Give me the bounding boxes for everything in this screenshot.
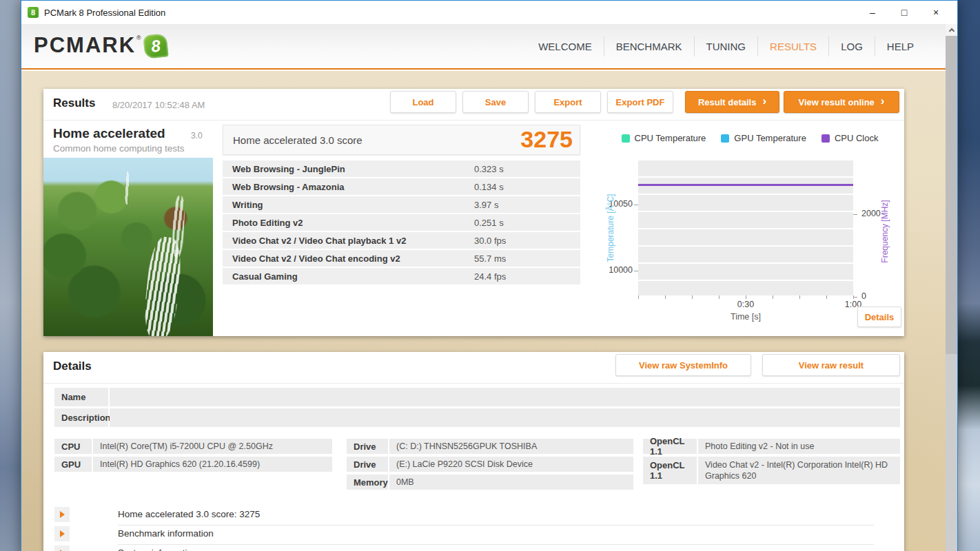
details-panel: Details View raw SystemInfo View raw res… <box>43 352 904 551</box>
desktop-wallpaper-right <box>957 0 980 551</box>
gpu-value: Intel(R) HD Graphics 620 (21.20.16.4599) <box>93 457 332 472</box>
table-row: Writing3.97 s <box>223 196 580 213</box>
pcmark-logo-text: PCMARK <box>34 33 136 58</box>
test-label: Web Browsing - Amazonia <box>232 182 345 192</box>
test-label: Video Chat v2 / Video Chat playback 1 v2 <box>232 236 406 246</box>
main-nav: WELCOME BENCHMARK TUNING RESULTS LOG HEL… <box>527 37 926 56</box>
cpu-clock-swatch-icon <box>821 134 830 143</box>
test-value: 3.97 s <box>474 200 498 210</box>
name-label: Name <box>54 388 108 406</box>
table-row: Web Browsing - Amazonia0.134 s <box>223 178 580 195</box>
table-row: Photo Editing v20.251 s <box>223 214 580 231</box>
test-value: 0.323 s <box>474 164 504 174</box>
load-button[interactable]: Load <box>390 91 456 113</box>
cpu-clock-line <box>638 184 853 186</box>
waterfall-streaks <box>172 196 186 258</box>
description-value[interactable] <box>110 408 900 427</box>
nav-tuning[interactable]: TUNING <box>694 37 758 56</box>
vertical-scrollbar[interactable] <box>946 24 957 551</box>
view-result-online-label: View result online <box>799 97 875 107</box>
test-version: 3.0 <box>191 131 203 141</box>
score-value: 3275 <box>520 126 573 153</box>
results-timestamp: 8/20/2017 10:52:48 AM <box>112 100 205 110</box>
x-axis-tick-label: 0:30 <box>725 300 766 309</box>
legend-gpu-temperature: GPU Temperature <box>721 133 806 143</box>
description-label: Description <box>54 408 108 427</box>
window-title: PCMark 8 Professional Edition <box>44 8 165 18</box>
nav-benchmark[interactable]: BENCHMARK <box>604 37 694 56</box>
scrollbar-thumb[interactable] <box>946 36 957 354</box>
expand-icon-box[interactable] <box>54 507 70 522</box>
test-value: 30.0 fps <box>474 236 506 246</box>
opencl-label: OpenCL 1.1 <box>643 439 697 454</box>
export-pdf-button[interactable]: Export PDF <box>607 91 673 113</box>
results-title: Results <box>53 96 95 110</box>
chevron-right-icon: › <box>881 94 885 108</box>
expand-icon-box[interactable] <box>54 545 70 551</box>
window-controls: – □ × <box>857 1 952 24</box>
result-details-label: Result details <box>698 97 757 107</box>
table-row: Video Chat v2 / Video Chat playback 1 v2… <box>223 232 580 249</box>
chart-details-button[interactable]: Details <box>857 306 901 327</box>
test-label: Video Chat v2 / Video Chat encoding v2 <box>232 253 400 264</box>
app-icon: 8 <box>28 7 39 18</box>
cpu-temperature-swatch-icon <box>622 134 630 143</box>
chart-legend: CPU Temperature GPU Temperature CPU Cloc… <box>609 133 891 143</box>
gpu-temperature-swatch-icon <box>721 134 729 143</box>
test-name: Home accelerated <box>53 126 165 141</box>
name-row: Name <box>43 388 904 406</box>
time-axis-label: Time [s] <box>711 312 780 322</box>
test-label: Writing <box>232 200 263 210</box>
accordion-label[interactable]: Benchmark information <box>118 528 214 539</box>
expand-arrow-icon <box>60 511 65 518</box>
pcmark-logo: PCMARK ® 8 <box>34 33 167 58</box>
maximize-button[interactable]: □ <box>888 1 920 24</box>
nav-results[interactable]: RESULTS <box>757 37 828 56</box>
accordion-benchmark-info[interactable]: Benchmark information <box>43 526 904 545</box>
chart-gridlines <box>638 160 853 295</box>
table-row: Casual Gaming24.4 fps <box>223 268 580 284</box>
chevron-up-icon <box>948 28 954 34</box>
accordion-system-info[interactable]: System information <box>43 545 904 551</box>
view-result-online-button[interactable]: View result online › <box>784 91 899 113</box>
content-area: Results 8/20/2017 10:52:48 AM Load Save … <box>21 71 946 551</box>
expand-arrow-icon <box>60 530 65 537</box>
scroll-up-button[interactable] <box>946 24 957 36</box>
memory-label: Memory <box>347 475 388 490</box>
table-row: Video Chat v2 / Video Chat encoding v255… <box>223 250 580 267</box>
accordion-label[interactable]: System information <box>118 548 198 551</box>
y-axis-tick-label: 2000 <box>861 209 896 220</box>
opencl-label: OpenCL 1.1 <box>643 457 697 484</box>
details-header-divider <box>43 383 904 384</box>
test-label: Photo Editing v2 <box>232 218 303 228</box>
desktop-wallpaper-left <box>0 0 21 551</box>
opencl-value: Video Chat v2 - Intel(R) Corporation Int… <box>698 457 900 484</box>
cpu-value: Intel(R) Core(TM) i5-7200U CPU @ 2.50GHz <box>93 439 332 454</box>
nav-help[interactable]: HELP <box>875 37 926 56</box>
drive-value: (E:) LaCie P9220 SCSI Disk Device <box>389 457 633 472</box>
table-row: Web Browsing - JunglePin0.323 s <box>223 160 580 177</box>
name-value[interactable] <box>110 388 900 406</box>
test-description: Common home computing tests <box>53 143 185 154</box>
app-header: PCMARK ® 8 WELCOME BENCHMARK TUNING RESU… <box>21 24 957 70</box>
accordion-score[interactable]: Home accelerated 3.0 score: 3275 <box>43 506 904 526</box>
test-value: 24.4 fps <box>474 271 506 282</box>
view-raw-result-button[interactable]: View raw result <box>762 354 900 376</box>
result-details-button[interactable]: Result details › <box>685 91 779 113</box>
temperature-axis-label: Temperature [Â°C] <box>606 176 615 280</box>
test-label: Casual Gaming <box>232 271 298 282</box>
gpu-label: GPU <box>54 457 92 472</box>
save-button[interactable]: Save <box>462 91 529 113</box>
nav-log[interactable]: LOG <box>828 37 875 56</box>
export-button[interactable]: Export <box>535 91 601 113</box>
description-row: Description <box>43 408 904 427</box>
view-raw-systeminfo-button[interactable]: View raw SystemInfo <box>615 354 751 376</box>
minimize-button[interactable]: – <box>857 1 888 24</box>
monitoring-chart <box>638 160 853 295</box>
legend-label: CPU Clock <box>835 133 879 143</box>
close-button[interactable]: × <box>920 1 952 24</box>
tick-mark <box>634 271 638 271</box>
accordion-label[interactable]: Home accelerated 3.0 score: 3275 <box>118 509 260 519</box>
nav-welcome[interactable]: WELCOME <box>527 37 604 56</box>
expand-icon-box[interactable] <box>54 526 70 541</box>
